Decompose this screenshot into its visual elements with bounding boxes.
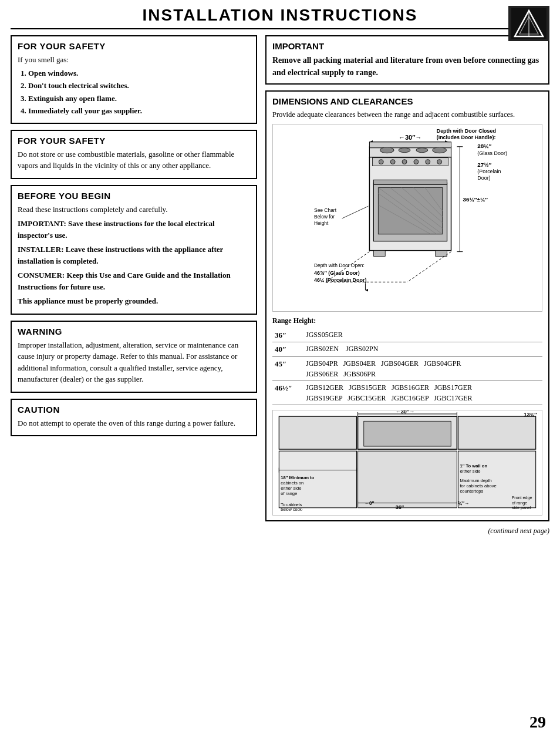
safety-list-1: Open windows. Don't touch electrical swi… bbox=[18, 68, 250, 117]
before-line-1: IMPORTANT: Save these instructions for t… bbox=[18, 218, 250, 241]
range-diagram: Depth with Door Closed (Includes Door Ha… bbox=[272, 124, 542, 312]
before-line-0: Read these instructions completely and c… bbox=[18, 204, 250, 215]
svg-rect-59 bbox=[458, 416, 535, 449]
dimensions-body: Provide adequate clearances between the … bbox=[272, 109, 542, 516]
range-height-table: 36″ JGSS05GER 40″ JGBS02EN JGBS02PN 45″ bbox=[272, 328, 542, 405]
svg-text:13¾″: 13¾″ bbox=[524, 412, 537, 417]
safety-body-1: If you smell gas: Open windows. Don't to… bbox=[18, 54, 250, 117]
list-item: Immediately call your gas supplier. bbox=[28, 105, 250, 117]
svg-point-30 bbox=[433, 147, 447, 153]
svg-text:18″ Minimum to: 18″ Minimum to bbox=[281, 475, 314, 480]
height-cell: 36″ bbox=[272, 328, 303, 342]
safety-title-1: FOR YOUR SAFETY bbox=[18, 41, 250, 51]
caution-text: Do not attempt to operate the oven of th… bbox=[18, 417, 250, 429]
important-title: IMPORTANT bbox=[272, 41, 542, 51]
svg-text:either side: either side bbox=[281, 486, 301, 491]
svg-rect-31 bbox=[372, 157, 448, 166]
svg-point-36 bbox=[426, 159, 430, 164]
range-height-label: Range Height: bbox=[272, 315, 542, 326]
continued-label: (continued next page) bbox=[488, 527, 549, 535]
before-line-3: CONSUMER: Keep this Use and Care Guide a… bbox=[18, 270, 250, 292]
svg-point-28 bbox=[399, 148, 410, 153]
svg-text:cabinets on: cabinets on bbox=[281, 480, 303, 486]
svg-rect-58 bbox=[279, 416, 356, 449]
svg-text:(Glass Door): (Glass Door) bbox=[477, 150, 507, 156]
dimensions-title: DIMENSIONS AND CLEARANCES bbox=[272, 96, 542, 106]
svg-text:Depth with Door Open:: Depth with Door Open: bbox=[314, 262, 365, 268]
svg-rect-70 bbox=[358, 451, 457, 508]
svg-text:46⅞″ (Glass Door): 46⅞″ (Glass Door) bbox=[314, 270, 360, 276]
caution-title: CAUTION bbox=[18, 405, 250, 415]
height-cell: 40″ bbox=[272, 342, 303, 357]
list-item: Open windows. bbox=[28, 68, 250, 79]
footer: (continued next page) bbox=[11, 526, 549, 535]
svg-point-32 bbox=[379, 159, 383, 164]
svg-point-37 bbox=[437, 159, 442, 164]
safety-box-1: FOR YOUR SAFETY If you smell gas: Open w… bbox=[11, 35, 257, 124]
height-cell: 46½″ bbox=[272, 380, 303, 405]
table-row: 36″ JGSS05GER bbox=[272, 328, 542, 342]
svg-text:of range: of range bbox=[281, 491, 297, 496]
svg-rect-26 bbox=[373, 180, 447, 184]
warning-body: Improper installation, adjustment, alter… bbox=[18, 339, 250, 385]
before-begin-box: BEFORE YOU BEGIN Read these instructions… bbox=[11, 185, 257, 315]
floor-diagram-svg: ←30″→ ←30″ Minimum→ bbox=[273, 410, 542, 515]
safety-box-2: FOR YOUR SAFETY Do not store or use comb… bbox=[11, 130, 257, 179]
page-header: INSTALLATION INSTRUCTIONS bbox=[11, 6, 549, 29]
svg-text:Maximum depth: Maximum depth bbox=[460, 478, 492, 483]
svg-text:(Includes Door Handle):: (Includes Door Handle): bbox=[437, 134, 496, 140]
important-box: IMPORTANT Remove all packing material an… bbox=[265, 35, 549, 85]
models-cell: JGBS02EN JGBS02PN bbox=[303, 342, 542, 357]
table-row: 45″ JGBS04PR JGBS04ER JGBS04GER JGBS04GP… bbox=[272, 356, 542, 380]
page-title: INSTALLATION INSTRUCTIONS bbox=[143, 6, 418, 25]
dimensions-intro: Provide adequate clearances between the … bbox=[272, 109, 542, 120]
svg-text:countertops: countertops bbox=[460, 489, 484, 494]
left-column: FOR YOUR SAFETY If you smell gas: Open w… bbox=[11, 35, 257, 521]
caution-box: CAUTION Do not attempt to operate the ov… bbox=[11, 399, 257, 437]
svg-rect-39 bbox=[436, 250, 447, 256]
continued-text: (continued next page) bbox=[488, 526, 549, 535]
before-begin-body: Read these instructions completely and c… bbox=[18, 204, 250, 307]
floor-diagram: ←30″→ ←30″ Minimum→ bbox=[272, 410, 542, 516]
warning-title: WARNING bbox=[18, 326, 250, 336]
svg-text:(Porcelain: (Porcelain bbox=[477, 169, 501, 174]
svg-point-35 bbox=[414, 159, 419, 164]
svg-line-50 bbox=[342, 206, 369, 218]
svg-text:36″: 36″ bbox=[396, 504, 404, 510]
list-item: Extinguish any open flame. bbox=[28, 93, 250, 105]
logo-icon bbox=[511, 8, 546, 39]
warning-text: Improper installation, adjustment, alter… bbox=[18, 339, 250, 385]
svg-text:←30″→: ←30″→ bbox=[399, 134, 421, 141]
svg-text:Below for: Below for bbox=[314, 214, 335, 220]
range-diagram-svg: Depth with Door Closed (Includes Door Ha… bbox=[273, 124, 542, 311]
safety-body-2: Do not store or use combustible material… bbox=[18, 149, 250, 171]
svg-point-34 bbox=[402, 159, 407, 164]
before-line-2: INSTALLER: Leave these instructions with… bbox=[18, 244, 250, 267]
caution-body: Do not attempt to operate the oven of th… bbox=[18, 417, 250, 429]
svg-point-29 bbox=[416, 148, 428, 153]
table-row: 40″ JGBS02EN JGBS02PN bbox=[272, 342, 542, 357]
important-body: Remove all packing material and literatu… bbox=[272, 54, 542, 79]
svg-text:←0″: ←0″ bbox=[365, 500, 375, 506]
height-cell: 45″ bbox=[272, 356, 303, 380]
before-begin-title: BEFORE YOU BEGIN bbox=[18, 191, 250, 201]
models-cell: JGSS05GER bbox=[303, 328, 542, 342]
svg-text:¼″→: ¼″→ bbox=[458, 500, 469, 506]
svg-text:Front edge: Front edge bbox=[512, 495, 532, 500]
right-column: IMPORTANT Remove all packing material an… bbox=[265, 35, 549, 521]
svg-rect-61 bbox=[364, 421, 451, 446]
logo bbox=[508, 6, 549, 41]
svg-text:To cabinets: To cabinets bbox=[281, 502, 302, 507]
models-cell: JGBS04PR JGBS04ER JGBS04GER JGBS04GPR JG… bbox=[303, 356, 542, 380]
safety-title-2: FOR YOUR SAFETY bbox=[18, 136, 250, 146]
warning-box: WARNING Improper installation, adjustmen… bbox=[11, 321, 257, 393]
svg-text:Height: Height bbox=[314, 220, 329, 226]
svg-text:36¼″±¼″: 36¼″±¼″ bbox=[463, 196, 488, 203]
svg-text:←30″→: ←30″→ bbox=[396, 410, 415, 415]
safety-text-2: Do not store or use combustible material… bbox=[18, 149, 250, 171]
page: INSTALLATION INSTRUCTIONS FOR YOUR SAFET… bbox=[0, 0, 560, 741]
svg-text:28¼″: 28¼″ bbox=[477, 143, 491, 149]
svg-text:27½″: 27½″ bbox=[477, 161, 491, 167]
main-content: FOR YOUR SAFETY If you smell gas: Open w… bbox=[11, 35, 549, 521]
before-line-4: This appliance must be properly grounded… bbox=[18, 295, 250, 307]
